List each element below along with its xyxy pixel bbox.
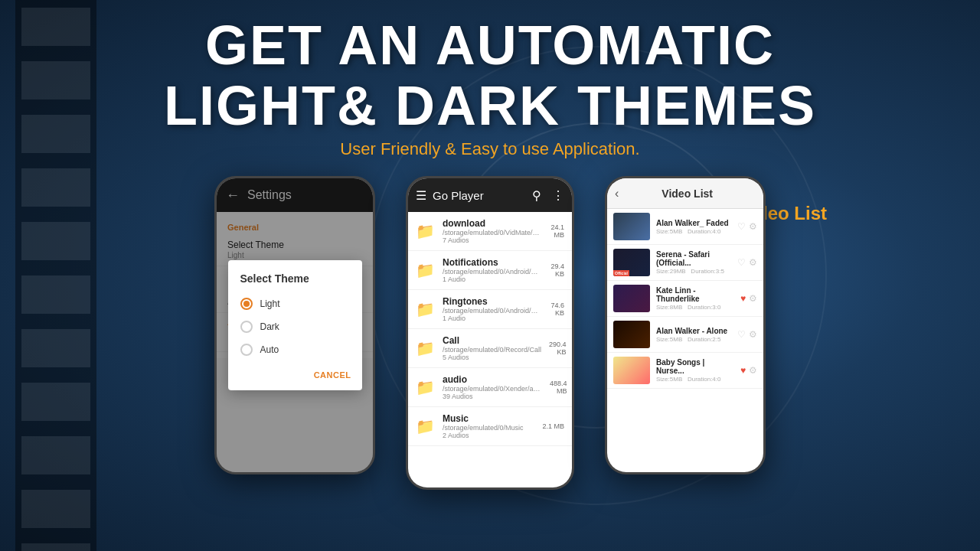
header-section: GET AN AUTOMATIC LIGHT& DARK THEMES User… bbox=[0, 15, 980, 159]
folder-icon: 📁 bbox=[416, 222, 435, 240]
header-title: GET AN AUTOMATIC LIGHT& DARK THEMES bbox=[0, 15, 980, 136]
video-thumb-serena: Official bbox=[613, 249, 650, 276]
folder-meta: 39 Audios bbox=[443, 393, 542, 400]
folder-info: audio /storage/emulated/0/Xender/audio 3… bbox=[443, 374, 542, 400]
folder-path: /storage/emulated/0/Music bbox=[443, 424, 534, 432]
folder-item-download[interactable]: 📁 download /storage/emulated/0/VidMate/d… bbox=[408, 212, 572, 251]
option-auto-label: Auto bbox=[260, 344, 279, 355]
video-item-katelinn[interactable]: Kate Linn - Thunderlike Size:8MB Duratio… bbox=[607, 281, 763, 317]
option-light-label: Light bbox=[260, 298, 280, 309]
dialog-title: Select Theme bbox=[228, 272, 362, 292]
folder-size: 74.6 KB bbox=[550, 302, 564, 317]
video-thumb-alan2 bbox=[613, 321, 650, 348]
search-icon[interactable]: ⚲ bbox=[532, 188, 541, 203]
select-theme-dialog: Select Theme Light Dark bbox=[228, 260, 362, 390]
video-info: Alan Walker_ Faded Size:5MB Duration:4:0 bbox=[656, 219, 731, 235]
gear-icon[interactable]: ⚙ bbox=[749, 293, 757, 304]
folder-name: Call bbox=[443, 335, 541, 346]
folder-path: /storage/emulated/0/Android/media/com.go… bbox=[443, 307, 542, 315]
folder-size: 29.4 KB bbox=[550, 262, 564, 278]
left-phone-frame: ← Settings General Select Theme Light Se… bbox=[214, 176, 375, 474]
folder-icon: 📁 bbox=[416, 300, 435, 318]
folder-name: Music bbox=[443, 413, 534, 424]
folder-item-ringtones[interactable]: 📁 Ringtones /storage/emulated/0/Android/… bbox=[408, 290, 572, 329]
video-item-alan1[interactable]: Alan Walker_ Faded Size:5MB Duration:4:0… bbox=[607, 209, 763, 245]
folder-size: 2.1 MB bbox=[542, 422, 564, 430]
video-screen: ‹ Video List Alan Walker_ Faded Size:5MB… bbox=[607, 178, 763, 472]
heart-icon-liked[interactable]: ♥ bbox=[740, 365, 746, 376]
video-info: Kate Linn - Thunderlike Size:8MB Duratio… bbox=[656, 286, 734, 311]
heart-icon[interactable]: ♡ bbox=[737, 257, 746, 268]
video-meta: Size:29MB Duration:3:5 bbox=[656, 268, 731, 275]
video-list-title: Video List bbox=[619, 187, 756, 200]
folder-meta: 1 Audio bbox=[443, 315, 542, 322]
folder-path: /storage/emulated/0/Android/media/com.go… bbox=[443, 268, 542, 276]
video-meta: Size:5MB Duration:4:0 bbox=[656, 228, 731, 235]
folder-screen: ☰ Go Player ⚲ ⋮ 📁 download /storage/emul… bbox=[408, 178, 572, 487]
folder-path: /storage/emulated/0/VidMate/download bbox=[443, 229, 542, 236]
radio-light-inner bbox=[243, 301, 250, 307]
video-item-serena[interactable]: Official Serena - Safari (Official... Si… bbox=[607, 245, 763, 281]
gear-icon[interactable]: ⚙ bbox=[749, 221, 757, 232]
heart-icon-liked[interactable]: ♥ bbox=[740, 293, 746, 304]
app-title: Go Player bbox=[433, 189, 521, 202]
dialog-cancel-section: CANCEL bbox=[228, 361, 362, 384]
gear-icon[interactable]: ⚙ bbox=[749, 365, 757, 376]
radio-light[interactable] bbox=[240, 298, 253, 310]
folder-item-music[interactable]: 📁 Music /storage/emulated/0/Music 2 Audi… bbox=[408, 407, 572, 446]
folder-meta: 7 Audios bbox=[443, 236, 542, 244]
video-name: Serena - Safari (Official... bbox=[656, 250, 731, 267]
radio-auto[interactable] bbox=[240, 344, 253, 356]
folder-name: Ringtones bbox=[443, 296, 542, 307]
more-icon[interactable]: ⋮ bbox=[552, 188, 564, 203]
folder-item-audio[interactable]: 📁 audio /storage/emulated/0/Xender/audio… bbox=[408, 368, 572, 407]
dialog-overlay: Select Theme Light Dark bbox=[217, 178, 373, 472]
gear-icon[interactable]: ⚙ bbox=[749, 329, 757, 340]
folder-topbar: ☰ Go Player ⚲ ⋮ bbox=[408, 178, 572, 212]
folder-info: Ringtones /storage/emulated/0/Android/me… bbox=[443, 296, 542, 322]
phones-section: ← Settings General Select Theme Light Se… bbox=[0, 176, 980, 490]
video-item-baby[interactable]: Baby Songs | Nurse... Size:5MB Duration:… bbox=[607, 353, 763, 389]
folder-size: 24.1 MB bbox=[550, 223, 564, 239]
official-badge: Official bbox=[613, 270, 629, 276]
option-dark-label: Dark bbox=[260, 321, 279, 332]
folder-info: download /storage/emulated/0/VidMate/dow… bbox=[443, 218, 542, 244]
right-phone-frame: ‹ Video List Alan Walker_ Faded Size:5MB… bbox=[605, 176, 766, 474]
video-actions: ♥ ⚙ bbox=[740, 365, 757, 376]
folder-icon: 📁 bbox=[416, 261, 435, 279]
video-meta: Size:8MB Duration:3:0 bbox=[656, 304, 734, 311]
video-topbar: ‹ Video List bbox=[607, 178, 763, 209]
video-name: Kate Linn - Thunderlike bbox=[656, 286, 734, 303]
heart-icon[interactable]: ♡ bbox=[737, 329, 746, 340]
video-actions: ♡ ⚙ bbox=[737, 257, 757, 268]
folder-name: download bbox=[443, 218, 542, 229]
heart-icon[interactable]: ♡ bbox=[737, 221, 746, 232]
hamburger-icon[interactable]: ☰ bbox=[416, 188, 426, 203]
video-info: Alan Walker - Alone Size:5MB Duration:2:… bbox=[656, 327, 731, 343]
folder-size: 488.4 MB bbox=[550, 380, 567, 395]
folder-info: Music /storage/emulated/0/Music 2 Audios bbox=[443, 413, 534, 439]
folder-icon: 📁 bbox=[416, 339, 435, 357]
option-auto[interactable]: Auto bbox=[228, 338, 362, 361]
radio-dark[interactable] bbox=[240, 321, 253, 333]
video-thumb-katelinn bbox=[613, 285, 650, 312]
folder-info: Notifications /storage/emulated/0/Androi… bbox=[443, 257, 542, 283]
video-item-alan2[interactable]: Alan Walker - Alone Size:5MB Duration:2:… bbox=[607, 317, 763, 353]
video-thumb-baby bbox=[613, 357, 650, 384]
folder-item-notifications[interactable]: 📁 Notifications /storage/emulated/0/Andr… bbox=[408, 251, 572, 290]
folder-info: Call /storage/emulated/0/Record/Call 5 A… bbox=[443, 335, 541, 361]
video-name: Alan Walker - Alone bbox=[656, 327, 731, 335]
folder-item-call[interactable]: 📁 Call /storage/emulated/0/Record/Call 5… bbox=[408, 329, 572, 368]
left-phone-wrapper: ← Settings General Select Theme Light Se… bbox=[214, 176, 375, 490]
folder-list: 📁 download /storage/emulated/0/VidMate/d… bbox=[408, 212, 572, 487]
video-name: Baby Songs | Nurse... bbox=[656, 358, 734, 375]
folder-name: Notifications bbox=[443, 257, 542, 268]
video-name: Alan Walker_ Faded bbox=[656, 219, 731, 227]
option-light[interactable]: Light bbox=[228, 292, 362, 315]
video-info: Serena - Safari (Official... Size:29MB D… bbox=[656, 250, 731, 275]
cancel-button[interactable]: CANCEL bbox=[314, 370, 351, 380]
folder-meta: 2 Audios bbox=[443, 432, 534, 439]
video-actions: ♥ ⚙ bbox=[740, 293, 757, 304]
option-dark[interactable]: Dark bbox=[228, 315, 362, 338]
gear-icon[interactable]: ⚙ bbox=[749, 257, 757, 268]
